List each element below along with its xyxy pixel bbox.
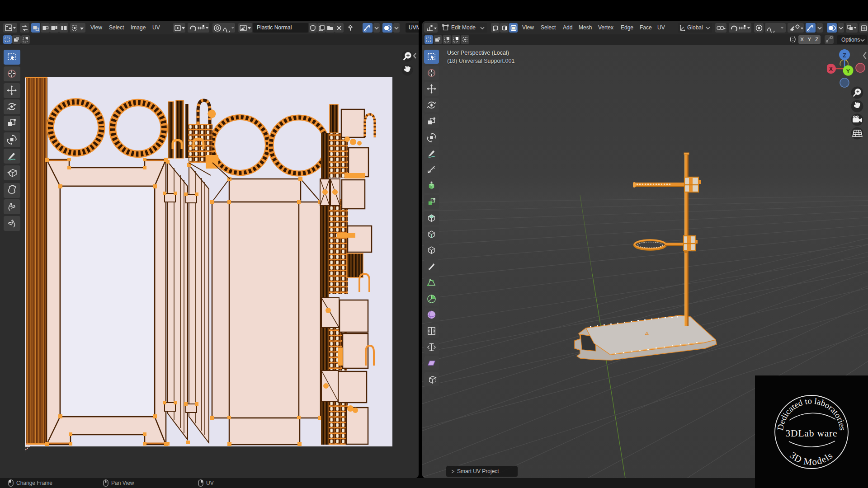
svg-text:Dedicated to laboratories: Dedicated to laboratories: [775, 396, 848, 431]
svg-text:Y: Y: [846, 68, 850, 75]
svg-text:3DLab ware: 3DLab ware: [786, 428, 838, 439]
svg-text:Z: Z: [843, 52, 846, 59]
svg-text:X: X: [829, 66, 833, 72]
